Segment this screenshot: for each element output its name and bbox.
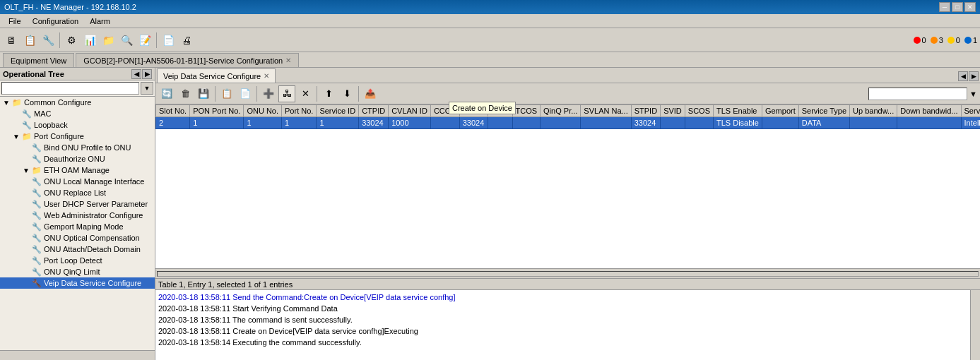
leaf-icon: 🔧 <box>31 210 42 220</box>
tab-gcob-close[interactable]: ✕ <box>285 56 291 64</box>
tb-sep-2 <box>156 32 157 48</box>
tree-expand[interactable]: ▼ <box>1 99 11 107</box>
itb-copy[interactable]: 📋 <box>218 85 235 102</box>
itb-export[interactable]: 📤 <box>362 85 379 102</box>
tree-item[interactable]: ▼📁Common Configure <box>0 97 155 108</box>
tab-gcob[interactable]: GCOB[2]-PON[1]-AN5506-01-B1[1]-Service C… <box>76 53 299 67</box>
tb-btn-9[interactable]: 📄 <box>160 32 177 49</box>
menu-configuration[interactable]: Configuration <box>27 16 84 27</box>
tree-item[interactable]: 🔧ONU Replace List <box>0 187 155 198</box>
itb-up[interactable]: ⬆ <box>320 85 337 102</box>
left-search-input[interactable] <box>1 82 139 95</box>
itb-btn-x[interactable]: ✕ <box>297 85 314 102</box>
tb-btn-3[interactable]: 🔧 <box>40 32 57 49</box>
tb-btn-10[interactable]: 🖨 <box>178 32 195 49</box>
tree-expand[interactable]: ▼ <box>11 133 21 140</box>
itb-delete[interactable]: 🗑 <box>177 85 194 102</box>
inner-search-input[interactable] <box>868 88 967 100</box>
tree-item-label: Gemport Maping Mode <box>44 222 124 231</box>
table-header-row: Slot No.PON Port No.ONU No.Port No.Servi… <box>156 105 981 117</box>
right-nav-left[interactable]: ◀ <box>958 71 968 81</box>
folder-icon: 📁 <box>31 165 42 175</box>
tb-btn-7[interactable]: 🔍 <box>118 32 135 49</box>
right-nav-right[interactable]: ▶ <box>969 71 979 81</box>
status-orange-count: 3 <box>939 36 943 44</box>
table-row[interactable]: 211113302410003302433024TLS DisableDATAI… <box>156 117 981 129</box>
table-cell <box>685 117 713 129</box>
dot-red <box>914 37 921 44</box>
toolbar-right: 0 3 0 1 <box>914 36 978 44</box>
tree-expand[interactable]: ▼ <box>21 167 31 174</box>
tab-equipment-view[interactable]: Equipment View <box>3 53 74 67</box>
table-cell <box>512 117 541 129</box>
itb-add[interactable]: ➕ <box>260 85 277 102</box>
left-hscroll[interactable] <box>0 350 155 360</box>
tree-item[interactable]: 🔧ONU Optical Compensation <box>0 232 155 244</box>
menu-bar: File Configuration Alarm <box>0 14 980 28</box>
table-area[interactable]: Slot No.PON Port No.ONU No.Port No.Servi… <box>155 104 980 268</box>
tree-item[interactable]: 🔧Gemport Maping Mode <box>0 221 155 232</box>
tooltip-create-on-device: Create on Device <box>449 102 516 114</box>
itb-sep-2 <box>256 86 257 102</box>
tb-btn-1[interactable]: 🖥 <box>3 32 20 49</box>
hscroll-track[interactable] <box>157 271 979 277</box>
right-tab-bar: Veip Data Service Configure ✕ ◀ ▶ <box>155 68 980 83</box>
tree-item[interactable]: 🔧ONU Attach/Detach Domain <box>0 244 155 255</box>
tree-item-label: MAC <box>34 109 51 118</box>
close-button[interactable]: ✕ <box>964 2 976 12</box>
tree-item[interactable]: 🔧Web Administrator Configure <box>0 210 155 221</box>
nav-right[interactable]: ▶ <box>142 69 152 79</box>
nav-left[interactable]: ◀ <box>131 69 141 79</box>
table-col-header: Down bandwid... <box>897 105 961 117</box>
tb-btn-2[interactable]: 📋 <box>21 32 38 49</box>
log-scrollbar[interactable] <box>970 290 980 360</box>
folder-icon: 📁 <box>11 97 23 107</box>
itb-down[interactable]: ⬇ <box>338 85 355 102</box>
table-cell: 33024 <box>631 117 660 129</box>
table-hscroll[interactable] <box>155 268 980 278</box>
tb-btn-4[interactable]: ⚙ <box>63 32 80 49</box>
tb-btn-8[interactable]: 📝 <box>136 32 153 49</box>
tree-item[interactable]: 🔧ONU QinQ Limit <box>0 266 155 277</box>
tree-item-label: Web Administrator Configure <box>44 211 143 220</box>
tree-item[interactable]: 🔧ONU Local Manage Interface <box>0 176 155 187</box>
tb-btn-6[interactable]: 📁 <box>100 32 117 49</box>
table-cell: 1000 <box>389 117 431 129</box>
table-col-header: TLS Enable <box>714 105 762 117</box>
tree-item[interactable]: 🔧Port Loop Detect <box>0 255 155 266</box>
tree-item[interactable]: 🔧Deauthorize ONU <box>0 153 155 164</box>
tree-item[interactable]: 🔧Veip Data Service Configure <box>0 277 155 289</box>
tree-item[interactable]: 🔧Loopback <box>0 119 155 131</box>
tb-btn-5[interactable]: 📊 <box>81 32 98 49</box>
leaf-icon: 🔧 <box>31 143 42 152</box>
menu-alarm[interactable]: Alarm <box>84 16 116 27</box>
table-cell: Intelbras_Router <box>961 117 980 129</box>
right-tab-veip[interactable]: Veip Data Service Configure ✕ <box>157 68 276 83</box>
inner-search-dropdown[interactable]: ▼ <box>969 90 977 98</box>
table-col-header: Port No. <box>282 105 317 117</box>
itb-save[interactable]: 💾 <box>195 85 212 102</box>
tree-item[interactable]: ▼📁ETH OAM Manage <box>0 164 155 176</box>
leaf-icon: 🔧 <box>31 244 42 254</box>
tree-item[interactable]: 🔧User DHCP Server Parameter <box>0 198 155 210</box>
right-tab-veip-close[interactable]: ✕ <box>264 72 269 80</box>
tree-item[interactable]: 🔧MAC <box>0 108 155 119</box>
tree-item[interactable]: ▼📁Port Configure <box>0 131 155 142</box>
tree-item[interactable]: 🔧Bind ONU Profile to ONU <box>0 142 155 153</box>
table-cell <box>581 117 631 129</box>
itb-paste[interactable]: 📄 <box>237 85 254 102</box>
left-panel-nav: ◀ ▶ <box>131 69 152 79</box>
left-search-dropdown[interactable]: ▼ <box>141 82 153 95</box>
maximize-button[interactable]: □ <box>952 2 963 12</box>
table-col-header: SVLAN Na... <box>581 105 631 117</box>
table-cell: 1 <box>317 117 359 129</box>
itb-create-on-device[interactable]: 🖧 <box>278 85 295 102</box>
table-col-header: ONU No. <box>244 105 282 117</box>
table-cell <box>661 117 685 129</box>
minimize-button[interactable]: ─ <box>939 2 950 12</box>
table-cell: 33024 <box>359 117 389 129</box>
menu-file[interactable]: File <box>3 16 27 27</box>
status-bar-text: Table 1, Entry 1, selected 1 of 1 entrie… <box>158 280 293 289</box>
itb-refresh[interactable]: 🔄 <box>158 85 175 102</box>
main-content: Operational Tree ◀ ▶ ▼ ▼📁Common Configur… <box>0 68 980 360</box>
